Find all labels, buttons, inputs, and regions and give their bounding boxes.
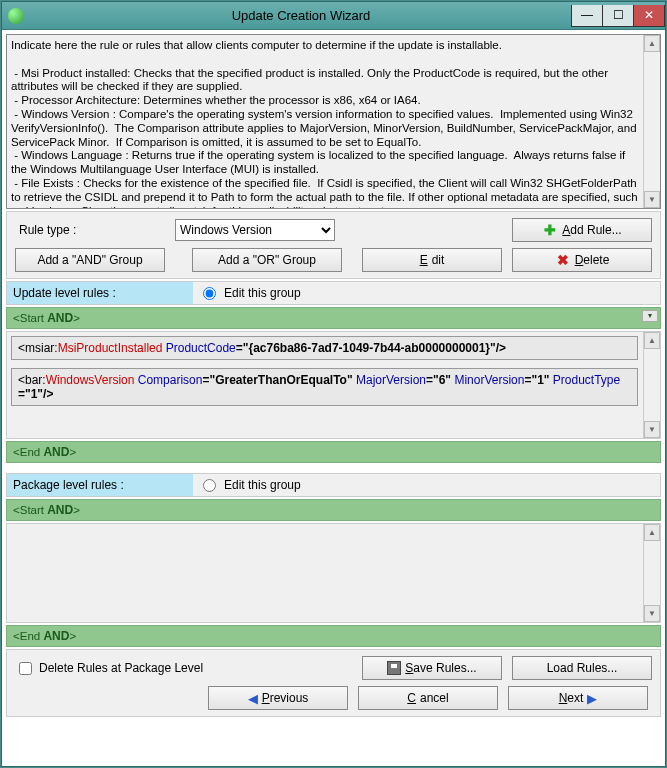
plus-icon: ✚ bbox=[542, 222, 558, 238]
delete-rules-pkg-level-checkbox[interactable]: Delete Rules at Package Level bbox=[15, 659, 203, 678]
rule-item-msi[interactable]: <msiar:MsiProductInstalled ProductCode="… bbox=[11, 336, 638, 360]
update-level-rules-label: Update level rules : bbox=[7, 282, 193, 304]
rule-type-label: Rule type : bbox=[15, 223, 165, 237]
load-rules-button[interactable]: Load Rules... bbox=[512, 656, 652, 680]
update-creation-wizard-window: Update Creation Wizard — ☐ ✕ Indicate he… bbox=[1, 1, 666, 767]
package-end-and-bar[interactable]: <End AND> bbox=[6, 625, 661, 647]
edit-update-group-radio[interactable] bbox=[203, 287, 216, 300]
scroll-down-icon[interactable]: ▼ bbox=[644, 421, 660, 438]
package-start-and-bar[interactable]: <Start AND> bbox=[6, 499, 661, 521]
rule-item-winver[interactable]: <bar:WindowsVersion Comparison="GreaterT… bbox=[11, 368, 638, 406]
scroll-up-icon[interactable]: ▲ bbox=[644, 35, 660, 52]
maximize-button[interactable]: ☐ bbox=[602, 5, 634, 27]
update-rules-scrollbar[interactable]: ▲ ▼ bbox=[643, 332, 660, 438]
package-rules-list: ▲ ▼ bbox=[6, 523, 661, 623]
delete-button[interactable]: ✖ Delete bbox=[512, 248, 652, 272]
controls-panel: Rule type : Windows Version ✚ Add Rule..… bbox=[6, 211, 661, 279]
info-scrollbar[interactable]: ▲ ▼ bbox=[643, 35, 660, 208]
arrow-right-icon: ▶ bbox=[587, 691, 597, 706]
next-button[interactable]: Next ▶ bbox=[508, 686, 648, 710]
minimize-button[interactable]: — bbox=[571, 5, 603, 27]
info-panel: Indicate here the rule or rules that all… bbox=[6, 34, 661, 209]
edit-package-group-radio[interactable] bbox=[203, 479, 216, 492]
update-rules-list: <msiar:MsiProductInstalled ProductCode="… bbox=[6, 331, 661, 439]
close-button[interactable]: ✕ bbox=[633, 5, 665, 27]
add-or-group-button[interactable]: Add a "OR" Group bbox=[192, 248, 342, 272]
scroll-down-icon[interactable]: ▼ bbox=[644, 605, 660, 622]
save-icon bbox=[387, 661, 401, 675]
save-rules-button[interactable]: Save Rules... bbox=[362, 656, 502, 680]
info-text: Indicate here the rule or rules that all… bbox=[7, 35, 660, 208]
scroll-down-icon[interactable]: ▼ bbox=[644, 191, 660, 208]
edit-this-group-label-1: Edit this group bbox=[224, 286, 301, 300]
package-level-rules-label: Package level rules : bbox=[7, 474, 193, 496]
footer-panel: Delete Rules at Package Level Save Rules… bbox=[6, 649, 661, 717]
edit-this-group-label-2: Edit this group bbox=[224, 478, 301, 492]
arrow-left-icon: ◀ bbox=[248, 691, 258, 706]
scroll-up-icon[interactable]: ▲ bbox=[644, 332, 660, 349]
delete-icon: ✖ bbox=[555, 252, 571, 268]
add-rule-button[interactable]: ✚ Add Rule... bbox=[512, 218, 652, 242]
package-level-rules-row: Package level rules : Edit this group bbox=[6, 473, 661, 497]
update-level-rules-row: Update level rules : Edit this group bbox=[6, 281, 661, 305]
edit-button[interactable]: Edit bbox=[362, 248, 502, 272]
previous-button[interactable]: ◀ Previous bbox=[208, 686, 348, 710]
rule-type-select[interactable]: Windows Version bbox=[175, 219, 335, 241]
scroll-up-icon[interactable]: ▲ bbox=[644, 524, 660, 541]
package-rules-scrollbar[interactable]: ▲ ▼ bbox=[643, 524, 660, 622]
collapse-icon[interactable]: ▾ bbox=[642, 310, 658, 322]
update-end-and-bar[interactable]: <End AND> bbox=[6, 441, 661, 463]
add-and-group-button[interactable]: Add a "AND" Group bbox=[15, 248, 165, 272]
window-title: Update Creation Wizard bbox=[30, 8, 572, 23]
cancel-button[interactable]: Cancel bbox=[358, 686, 498, 710]
app-icon bbox=[8, 8, 24, 24]
update-start-and-bar[interactable]: <Start AND> ▾ bbox=[6, 307, 661, 329]
titlebar[interactable]: Update Creation Wizard — ☐ ✕ bbox=[2, 2, 665, 30]
